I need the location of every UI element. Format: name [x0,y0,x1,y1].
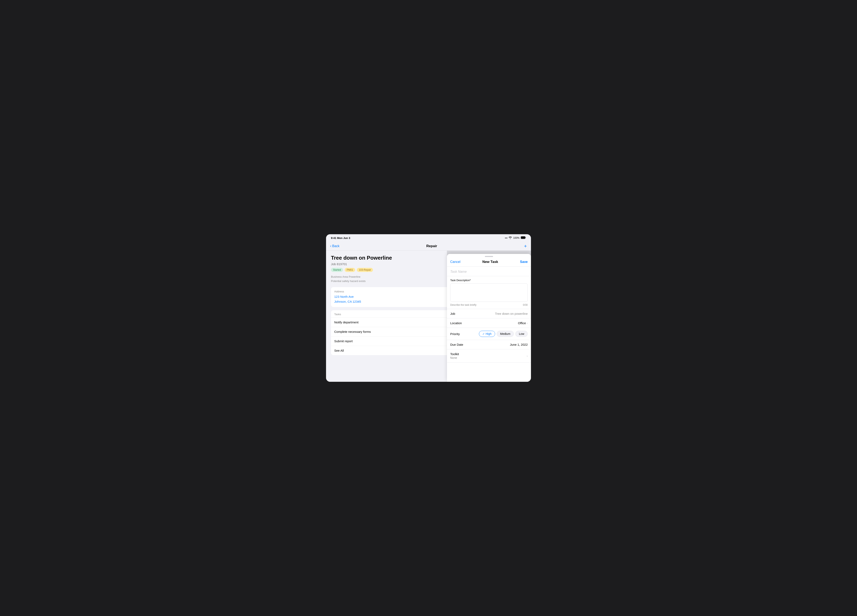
due-date-value: June 1, 2022 [510,343,528,346]
add-button[interactable]: + [524,243,527,249]
svg-rect-1 [521,237,525,239]
description-textarea[interactable] [450,283,528,302]
priority-high-button[interactable]: ✓ High [479,331,495,337]
priority-medium-button[interactable]: Medium [497,331,514,337]
toolkit-chevron-icon: › [527,354,528,358]
priority-label: Priority [450,332,460,336]
priority-buttons: ✓ High Medium Low [479,331,528,337]
task-name-input[interactable] [447,266,531,276]
modal-header: Cancel New Task Save [447,257,531,266]
priority-low-button[interactable]: Low [515,331,528,337]
desc-footer: Describe the task briefly 0/30 [450,303,528,306]
priority-row: Priority ✓ High Medium Low [447,328,531,340]
location-value: Office › [518,321,528,325]
location-label: Location [450,321,462,325]
modal-overlay: Cancel New Task Save Task Description* D… [447,251,531,382]
battery-label: 100% [513,237,520,239]
new-task-modal: Cancel New Task Save Task Description* D… [447,254,531,382]
back-button[interactable]: ‹ Back [330,244,340,248]
location-text: Office [518,321,526,325]
desc-hint: Describe the task briefly [450,303,476,306]
cancel-button[interactable]: Cancel [450,260,461,264]
desc-count: 0/30 [523,303,528,306]
toolkit-content: Toolkit None [450,352,459,359]
back-label: Back [332,244,340,248]
nav-bar: ‹ Back Repair + [326,241,531,251]
task-forms: Complete necessary forms [334,330,371,333]
due-date-label: Due Date [450,343,463,346]
back-chevron-icon: ‹ [330,244,331,248]
location-row[interactable]: Location Office › [447,319,531,328]
status-time: 9:41 Mon Jun 3 [331,237,350,240]
save-button[interactable]: Save [520,260,528,264]
due-date-row[interactable]: Due Date June 1, 2022 [447,340,531,350]
see-all-label: See All [334,349,344,352]
toolkit-title: Toolkit [450,352,459,356]
modal-body: Task Description* Describe the task brie… [447,266,531,382]
tag-pm01: PM01 [345,268,355,272]
status-bar: 9:41 Mon Jun 3 ▪▪▪ 100% [326,234,531,241]
battery-icon [521,236,526,240]
device-frame: 9:41 Mon Jun 3 ▪▪▪ 100% ‹ [326,234,531,382]
main-content: Tree down on Powerline Job 819701 Starte… [326,251,531,382]
location-chevron-icon: › [527,322,528,325]
job-row-label: Job [450,312,455,316]
modal-title: New Task [483,260,498,264]
description-group: Task Description* Describe the task brie… [447,276,531,309]
job-row: Job Tree down on powerline [447,309,531,319]
toolkit-row[interactable]: Toolkit None › [447,350,531,362]
job-row-value: Tree down on powerline [495,312,528,316]
signal-icon: ▪▪▪ [505,237,507,239]
task-notify: Notify department [334,320,359,324]
status-icons: ▪▪▪ 100% [505,236,526,240]
toolkit-value: None [450,356,459,359]
wifi-icon [509,237,512,240]
tag-repair: 103-Repair [357,268,373,272]
description-label: Task Description* [450,279,528,282]
tag-started: Started [331,268,343,272]
task-report: Submit report [334,339,353,343]
nav-title: Repair [426,244,437,248]
